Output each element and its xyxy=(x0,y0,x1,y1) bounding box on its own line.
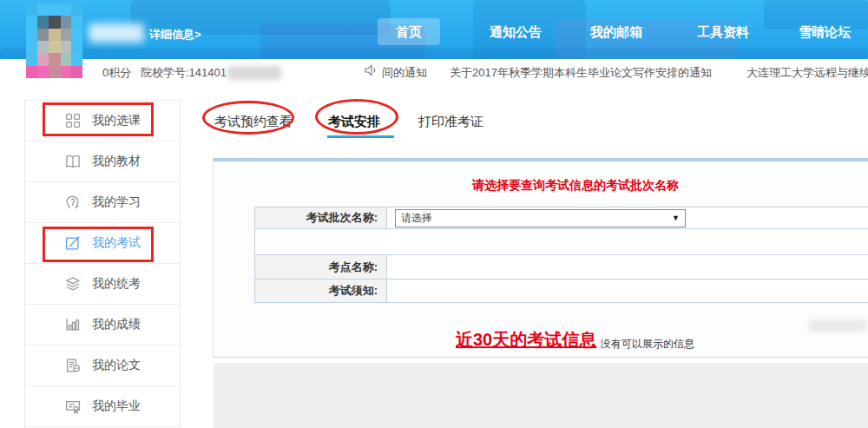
speaker-icon xyxy=(365,59,378,87)
dropdown-arrow-icon: ▼ xyxy=(672,214,680,222)
tab-print-admission-ticket[interactable]: 打印准考证 xyxy=(418,113,483,130)
recent-exams-title[interactable]: 近30天的考试信息 xyxy=(456,328,596,352)
avatar xyxy=(26,3,82,78)
sidebar-item-label: 我的统考 xyxy=(92,276,141,292)
batch-name-label: 考试批次名称: xyxy=(255,207,387,228)
user-info-bar: 0积分 院校学号:141401 间的通知 关于2017年秋季学期本科生毕业论文写… xyxy=(0,59,868,87)
student-id-blurred xyxy=(227,66,281,80)
bar-chart-icon xyxy=(65,317,81,333)
sidebar-item-course-selection[interactable]: 我的选课 xyxy=(25,101,180,142)
paper-edit-icon xyxy=(65,358,81,373)
exam-site-value xyxy=(387,255,868,279)
sidebar-item-grades[interactable]: 我的成绩 xyxy=(25,305,180,346)
active-tab-underline xyxy=(327,135,394,138)
exam-note-icon xyxy=(65,235,81,251)
footer-area xyxy=(214,363,868,428)
student-id-label: 院校学号:141401 xyxy=(141,59,227,87)
form-row-batch: 考试批次名称: 请选择 ▼ xyxy=(255,207,868,229)
exam-portal-page: 首页 通知公告 我的邮箱 工具资料 雪睛论坛 详细信息> 0积分 院校学号:14… xyxy=(0,0,868,428)
exam-batch-select[interactable]: 请选择 ▼ xyxy=(395,209,686,227)
nav-item-tools[interactable]: 工具资料 xyxy=(692,18,754,45)
sidebar-item-thesis[interactable]: 我的论文 xyxy=(25,346,180,386)
notice-link-site[interactable]: 大连理工大学远程与继续 xyxy=(746,59,868,87)
sidebar-item-label: 我的选课 xyxy=(92,113,141,128)
grid-icon xyxy=(65,113,81,128)
nav-item-forum[interactable]: 雪睛论坛 xyxy=(793,18,856,45)
sidebar-item-learning[interactable]: 我的学习 xyxy=(25,182,180,223)
sidebar-item-exams[interactable]: 我的考试 xyxy=(25,223,180,264)
select-batch-instruction: 请选择要查询考试信息的考试批次名称 xyxy=(370,178,781,194)
exam-notes-label: 考试须知: xyxy=(255,280,387,302)
nav-item-home[interactable]: 首页 xyxy=(378,18,440,45)
sidebar-item-label: 我的学习 xyxy=(92,194,141,210)
exam-query-form: 考试批次名称: 请选择 ▼ 考点名称: 考试须知: xyxy=(254,207,868,303)
selected-option-label: 请选择 xyxy=(401,211,432,226)
tab-exam-reservation-view[interactable]: 考试预约查看 xyxy=(214,113,293,130)
layers-icon xyxy=(65,276,81,292)
sidebar-item-label: 我的考试 xyxy=(92,235,141,251)
form-row-exam-site: 考点名称: xyxy=(255,255,868,280)
sidebar-item-label: 我的毕业 xyxy=(92,398,141,414)
exam-notes-value xyxy=(387,280,868,302)
recent-exams-empty-text: 没有可以展示的信息 xyxy=(601,337,694,352)
notice-link-main[interactable]: 关于2017年秋季学期本科生毕业论文写作安排的通知 xyxy=(450,59,712,87)
sidebar-item-textbooks[interactable]: 我的教材 xyxy=(25,142,180,182)
question-head-icon xyxy=(65,194,81,210)
sidebar-item-label: 我的论文 xyxy=(92,358,141,373)
points-label: 0积分 xyxy=(102,59,131,87)
sidebar-item-graduation[interactable]: 我的毕业 xyxy=(25,386,180,427)
detail-info-link[interactable]: 详细信息> xyxy=(149,27,201,43)
exam-site-label: 考点名称: xyxy=(255,255,387,279)
nav-item-mailbox[interactable]: 我的邮箱 xyxy=(585,18,648,45)
sidebar-item-label: 我的教材 xyxy=(92,154,141,169)
sidebar-menu: 我的选课 我的教材 我的学习 我的考试 我的统考 xyxy=(24,100,181,428)
certificate-icon xyxy=(65,398,81,414)
tab-exam-schedule[interactable]: 考试安排 xyxy=(328,113,380,130)
exam-schedule-panel: 请选择要查询考试信息的考试批次名称 考试批次名称: 请选择 ▼ 考点名称: 考试… xyxy=(213,158,868,358)
book-icon xyxy=(65,154,81,169)
banner-photo-patch xyxy=(0,49,868,59)
form-row-spacer xyxy=(255,229,868,255)
form-row-exam-notes: 考试须知: xyxy=(255,280,868,303)
notice-link-partial[interactable]: 间的通知 xyxy=(382,59,427,87)
sidebar-item-label: 我的成绩 xyxy=(92,317,141,333)
sidebar-item-unified-exam[interactable]: 我的统考 xyxy=(25,264,180,305)
top-banner: 首页 通知公告 我的邮箱 工具资料 雪睛论坛 详细信息> xyxy=(0,0,868,59)
username-blurred xyxy=(89,23,144,43)
blurred-text xyxy=(809,319,866,332)
nav-item-notices[interactable]: 通知公告 xyxy=(484,18,547,45)
